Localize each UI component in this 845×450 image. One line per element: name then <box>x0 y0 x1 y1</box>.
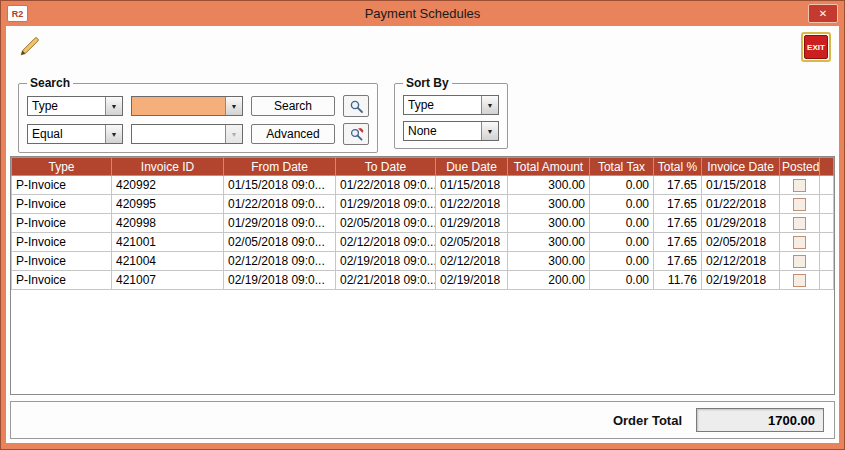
titlebar[interactable]: R2 Payment Schedules ✕ <box>1 1 844 26</box>
close-icon: ✕ <box>819 8 827 19</box>
sortby-legend: Sort By <box>403 76 452 90</box>
column-header-total-amount[interactable]: Total Amount <box>508 158 590 176</box>
cell-filler <box>820 252 834 271</box>
chevron-down-icon[interactable]: ▼ <box>105 125 122 143</box>
cell-to-date: 02/19/2018 09:0... <box>336 252 436 271</box>
table-header-row: TypeInvoice IDFrom DateTo DateDue DateTo… <box>12 158 834 176</box>
search-field-value: Type <box>28 97 105 115</box>
payment-schedules-window: R2 Payment Schedules ✕ EXIT Search Type … <box>0 0 845 450</box>
footer-panel: Order Total 1700.00 <box>10 401 835 439</box>
filters-bar: Search Type ▼ ▼ Search <box>18 76 508 153</box>
cell-invoice-date: 02/12/2018 <box>702 252 780 271</box>
posted-checkbox[interactable] <box>793 217 806 230</box>
cell-invoice-id: 421007 <box>112 271 224 290</box>
cell-invoice-id: 421004 <box>112 252 224 271</box>
cell-total-tax: 0.00 <box>590 176 654 195</box>
pencil-icon <box>19 35 41 57</box>
magnifier-icon <box>349 99 364 114</box>
cell-from-date: 02/05/2018 09:0... <box>224 233 336 252</box>
cell-filler <box>820 214 834 233</box>
close-button[interactable]: ✕ <box>808 4 838 23</box>
cell-from-date: 02/12/2018 09:0... <box>224 252 336 271</box>
chevron-down-icon[interactable]: ▼ <box>481 122 498 140</box>
cell-posted <box>780 214 820 233</box>
order-total-value: 1700.00 <box>696 408 824 432</box>
app-logo-icon: R2 <box>7 5 28 22</box>
table-row[interactable]: P-Invoice42100402/12/2018 09:0...02/19/2… <box>12 252 834 271</box>
column-header-total-pct[interactable]: Total % <box>654 158 702 176</box>
cell-invoice-date: 02/05/2018 <box>702 233 780 252</box>
cell-total-amount: 300.00 <box>508 195 590 214</box>
advanced-lookup-button[interactable] <box>343 123 369 145</box>
search-value2-combo: ▼ <box>131 124 243 144</box>
window-title: Payment Schedules <box>1 1 844 26</box>
cell-from-date: 02/19/2018 09:0... <box>224 271 336 290</box>
cell-type: P-Invoice <box>12 195 112 214</box>
cell-invoice-date: 01/22/2018 <box>702 195 780 214</box>
search-operator-combo[interactable]: Equal ▼ <box>27 124 123 144</box>
cell-total-tax: 0.00 <box>590 195 654 214</box>
table-row[interactable]: P-Invoice42099801/29/2018 09:0...02/05/2… <box>12 214 834 233</box>
cell-due-date: 02/05/2018 <box>436 233 508 252</box>
table-row[interactable]: P-Invoice42100702/19/2018 09:0...02/21/2… <box>12 271 834 290</box>
cell-due-date: 01/22/2018 <box>436 195 508 214</box>
cell-to-date: 01/29/2018 09:0... <box>336 195 436 214</box>
cell-invoice-id: 420992 <box>112 176 224 195</box>
cell-invoice-id: 420998 <box>112 214 224 233</box>
cell-total-tax: 0.00 <box>590 233 654 252</box>
cell-filler <box>820 176 834 195</box>
advanced-button[interactable]: Advanced <box>251 124 335 144</box>
posted-checkbox[interactable] <box>793 255 806 268</box>
exit-button[interactable]: EXIT <box>801 32 831 62</box>
posted-checkbox[interactable] <box>793 236 806 249</box>
magnifier-pencil-icon <box>349 127 364 142</box>
column-header-to-date[interactable]: To Date <box>336 158 436 176</box>
posted-checkbox[interactable] <box>793 198 806 211</box>
column-header-from-date[interactable]: From Date <box>224 158 336 176</box>
edit-button[interactable] <box>14 33 46 61</box>
cell-to-date: 02/12/2018 09:0... <box>336 233 436 252</box>
posted-checkbox[interactable] <box>793 274 806 287</box>
cell-invoice-date: 01/29/2018 <box>702 214 780 233</box>
cell-to-date: 01/22/2018 09:0... <box>336 176 436 195</box>
column-header-posted[interactable]: Posted <box>780 158 820 176</box>
search-button[interactable]: Search <box>251 96 335 116</box>
table-row[interactable]: P-Invoice42100102/05/2018 09:0...02/12/2… <box>12 233 834 252</box>
table-row[interactable]: P-Invoice42099501/22/2018 09:0...01/29/2… <box>12 195 834 214</box>
table-row[interactable]: P-Invoice42099201/15/2018 09:0...01/22/2… <box>12 176 834 195</box>
search-value-text <box>132 97 225 115</box>
cell-to-date: 02/21/2018 09:0... <box>336 271 436 290</box>
cell-filler <box>820 271 834 290</box>
cell-invoice-id: 421001 <box>112 233 224 252</box>
search-lookup-button[interactable] <box>343 95 369 117</box>
cell-posted <box>780 176 820 195</box>
posted-checkbox[interactable] <box>793 179 806 192</box>
cell-posted <box>780 252 820 271</box>
chevron-down-icon[interactable]: ▼ <box>105 97 122 115</box>
order-total-label: Order Total <box>613 413 682 428</box>
column-header-invoice-date[interactable]: Invoice Date <box>702 158 780 176</box>
sort-primary-combo[interactable]: Type ▼ <box>403 95 499 115</box>
chevron-down-icon[interactable]: ▼ <box>225 97 242 115</box>
cell-to-date: 02/05/2018 09:0... <box>336 214 436 233</box>
invoices-grid: TypeInvoice IDFrom DateTo DateDue DateTo… <box>10 156 835 395</box>
search-value-combo[interactable]: ▼ <box>131 96 243 116</box>
cell-total-pct: 17.65 <box>654 195 702 214</box>
column-header-total-tax[interactable]: Total Tax <box>590 158 654 176</box>
cell-total-amount: 300.00 <box>508 214 590 233</box>
cell-total-pct: 17.65 <box>654 252 702 271</box>
search-group: Search Type ▼ ▼ Search <box>18 76 378 153</box>
search-field-combo[interactable]: Type ▼ <box>27 96 123 116</box>
cell-filler <box>820 233 834 252</box>
sort-secondary-combo[interactable]: None ▼ <box>403 121 499 141</box>
column-header-invoice-id[interactable]: Invoice ID <box>112 158 224 176</box>
cell-from-date: 01/29/2018 09:0... <box>224 214 336 233</box>
cell-posted <box>780 195 820 214</box>
chevron-down-icon[interactable]: ▼ <box>481 96 498 114</box>
column-header-due-date[interactable]: Due Date <box>436 158 508 176</box>
column-header-filler <box>820 158 834 176</box>
cell-due-date: 02/12/2018 <box>436 252 508 271</box>
cell-posted <box>780 233 820 252</box>
column-header-type[interactable]: Type <box>12 158 112 176</box>
cell-type: P-Invoice <box>12 176 112 195</box>
